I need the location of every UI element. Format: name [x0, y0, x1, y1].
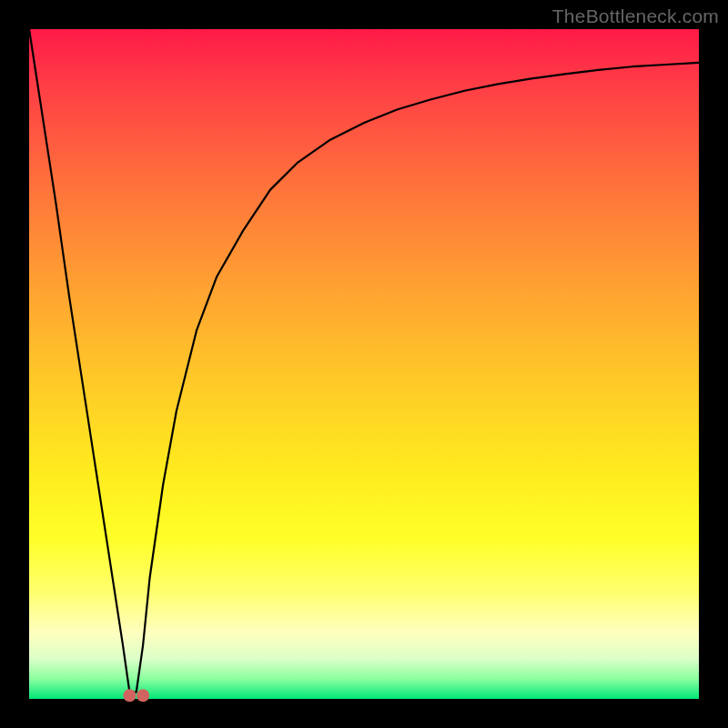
curve-svg [29, 29, 699, 699]
minimum-marker [136, 689, 149, 702]
chart-frame: TheBottleneck.com [0, 0, 728, 728]
watermark-text: TheBottleneck.com [552, 5, 719, 27]
minimum-marker [123, 689, 136, 702]
bottleneck-curve [29, 29, 699, 693]
plot-area [29, 29, 699, 699]
